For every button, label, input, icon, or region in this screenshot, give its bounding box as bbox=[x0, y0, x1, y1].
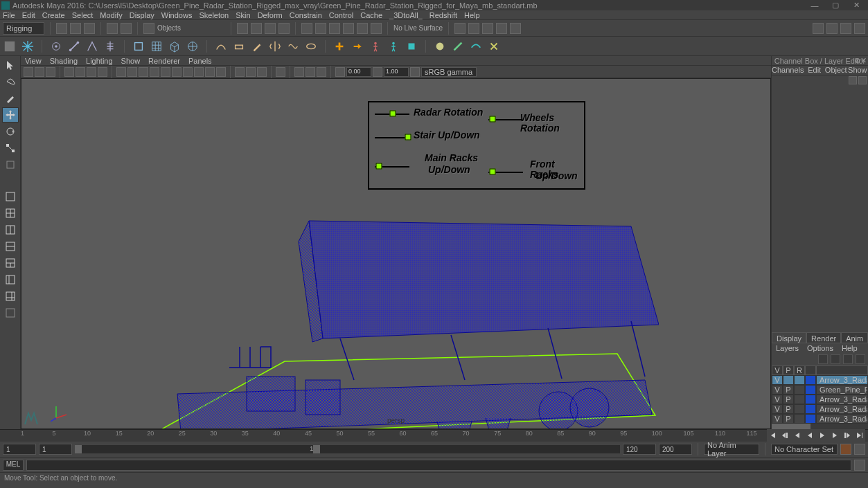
vp-shade1-icon[interactable] bbox=[116, 67, 126, 77]
menu-constrain[interactable]: Constrain bbox=[290, 11, 322, 19]
layer-row[interactable]: VPArrow_3_Radar_helper bbox=[772, 395, 868, 404]
vp-exposure-field[interactable]: 0.00 bbox=[346, 67, 371, 77]
vp-cm-icon[interactable] bbox=[410, 67, 420, 77]
layer-playback-toggle[interactable]: P bbox=[783, 395, 794, 404]
menu-create[interactable]: Create bbox=[42, 11, 65, 19]
cb-icon1[interactable] bbox=[849, 76, 857, 84]
step-back-key-button[interactable] bbox=[779, 430, 790, 441]
layer-playback-toggle[interactable]: P bbox=[783, 385, 794, 395]
shelf-home-icon[interactable] bbox=[3, 39, 17, 53]
construction-icon[interactable] bbox=[454, 23, 466, 34]
cb-tab-channels[interactable]: Channels bbox=[772, 66, 804, 75]
vp-shade6-icon[interactable] bbox=[172, 67, 181, 77]
shelf-snowflake-icon[interactable] bbox=[21, 39, 35, 53]
vp-light1-icon[interactable] bbox=[235, 67, 245, 77]
menu-cache[interactable]: Cache bbox=[360, 11, 382, 19]
menu-help[interactable]: Help bbox=[464, 11, 480, 19]
layer-playback-toggle[interactable]: P bbox=[783, 404, 794, 414]
shelf-mirror-icon[interactable] bbox=[268, 39, 282, 53]
vp-gamma-icon[interactable] bbox=[373, 67, 382, 77]
menu-edit[interactable]: Edit bbox=[22, 11, 35, 19]
move-tool[interactable] bbox=[2, 107, 19, 123]
redo-icon[interactable] bbox=[121, 23, 132, 34]
menu-select[interactable]: Select bbox=[72, 11, 94, 19]
layer-ref-toggle[interactable] bbox=[794, 385, 805, 395]
layer-icon1[interactable] bbox=[818, 354, 828, 364]
panel-toggle3-icon[interactable] bbox=[840, 23, 851, 34]
history2-icon[interactable] bbox=[315, 23, 326, 34]
layer-scrollbar[interactable] bbox=[772, 424, 868, 429]
shelf-wire-icon[interactable] bbox=[286, 39, 300, 53]
vp-gamma-field[interactable]: 1.00 bbox=[384, 67, 409, 77]
layer-menu-help[interactable]: Help bbox=[842, 344, 858, 352]
lasso-tool[interactable] bbox=[2, 74, 19, 89]
go-end-button[interactable] bbox=[854, 430, 865, 441]
channelbox-close-icon[interactable]: ⊗✕ bbox=[854, 56, 867, 65]
layer-playback-toggle[interactable] bbox=[783, 375, 794, 385]
panel-toggle1-icon[interactable] bbox=[813, 23, 824, 34]
layer-icon2[interactable] bbox=[831, 354, 840, 364]
layer-vis-toggle[interactable]: V bbox=[772, 395, 783, 404]
snap-point-icon[interactable] bbox=[265, 23, 276, 34]
maximize-button[interactable]: ▢ bbox=[825, 1, 846, 10]
menu-windows[interactable]: Windows bbox=[161, 11, 193, 19]
shelf-rigid-icon[interactable] bbox=[232, 39, 246, 53]
range-out-field[interactable]: 120 bbox=[623, 444, 656, 455]
layer-row[interactable]: VPArrow_3_Radar_bones bbox=[772, 414, 868, 424]
menu-redshift[interactable]: Redshift bbox=[429, 11, 457, 19]
shelf-hik-icon[interactable] bbox=[387, 39, 400, 53]
shelf-tool3-icon[interactable] bbox=[469, 39, 483, 53]
vp-wireonshade-icon[interactable] bbox=[98, 67, 107, 77]
shelf-lattice-icon[interactable] bbox=[150, 39, 163, 53]
save-scene-icon[interactable] bbox=[84, 23, 95, 34]
step-back-button[interactable] bbox=[792, 430, 803, 441]
layer-icon3[interactable] bbox=[843, 354, 853, 364]
three-pane-icon[interactable] bbox=[2, 255, 19, 271]
shelf-plus-icon[interactable] bbox=[333, 39, 346, 53]
menu-skeleton[interactable]: Skeleton bbox=[199, 11, 229, 19]
select-mode-icon[interactable] bbox=[143, 23, 154, 34]
four-pane-icon[interactable] bbox=[2, 206, 19, 221]
vp-shade7-icon[interactable] bbox=[183, 67, 193, 77]
close-button[interactable]: ✕ bbox=[846, 1, 867, 10]
menu-3dtoall[interactable]: _3DtoAll_ bbox=[389, 11, 423, 19]
two-pane-h-icon[interactable] bbox=[2, 239, 19, 254]
undo-icon[interactable] bbox=[107, 23, 118, 34]
rotate-tool[interactable] bbox=[2, 124, 19, 139]
command-input[interactable] bbox=[26, 460, 851, 471]
shelf-ik-icon[interactable] bbox=[67, 39, 81, 53]
shelf-skeleton-icon[interactable] bbox=[103, 39, 117, 53]
paint-select-tool[interactable] bbox=[2, 91, 19, 106]
vp-light3-icon[interactable] bbox=[257, 67, 267, 77]
wheels-rotation-handle[interactable] bbox=[490, 116, 496, 123]
range-start-field[interactable]: 1 bbox=[3, 444, 36, 455]
vp-shade9-icon[interactable] bbox=[205, 67, 215, 77]
vp-xray2-icon[interactable] bbox=[305, 67, 315, 77]
vp-xray-icon[interactable] bbox=[294, 67, 304, 77]
vp-menu-lighting[interactable]: Lighting bbox=[86, 57, 113, 65]
range-slider[interactable]: 1 120 bbox=[75, 445, 620, 453]
ipr-icon[interactable] bbox=[482, 23, 493, 34]
shelf-arrow-icon[interactable] bbox=[351, 39, 364, 53]
vp-xray3-icon[interactable] bbox=[317, 67, 326, 77]
single-pane-icon[interactable] bbox=[2, 189, 19, 204]
last-tool[interactable] bbox=[2, 157, 19, 172]
menu-display[interactable]: Display bbox=[130, 11, 154, 19]
snap-curve-icon[interactable] bbox=[251, 23, 262, 34]
shelf-joint-icon[interactable] bbox=[49, 39, 63, 53]
menu-modify[interactable]: Modify bbox=[100, 11, 122, 19]
shelf-tool1-icon[interactable] bbox=[433, 39, 447, 53]
menu-skin[interactable]: Skin bbox=[236, 11, 250, 19]
select-tool[interactable] bbox=[2, 57, 19, 73]
layer-ref-toggle[interactable] bbox=[794, 414, 805, 424]
script-editor-icon[interactable] bbox=[854, 460, 865, 471]
module-selector[interactable]: Rigging bbox=[3, 22, 44, 35]
shelf-wrap-icon[interactable] bbox=[186, 39, 200, 53]
layer-vis-toggle[interactable]: V bbox=[772, 385, 783, 395]
shelf-ikhandle-icon[interactable] bbox=[85, 39, 99, 53]
layer-color-swatch[interactable] bbox=[805, 375, 816, 385]
range-handle-right[interactable] bbox=[313, 445, 320, 453]
menu-control[interactable]: Control bbox=[329, 11, 353, 19]
shelf-human-icon[interactable] bbox=[369, 39, 382, 53]
vp-shade3-icon[interactable] bbox=[139, 67, 148, 77]
